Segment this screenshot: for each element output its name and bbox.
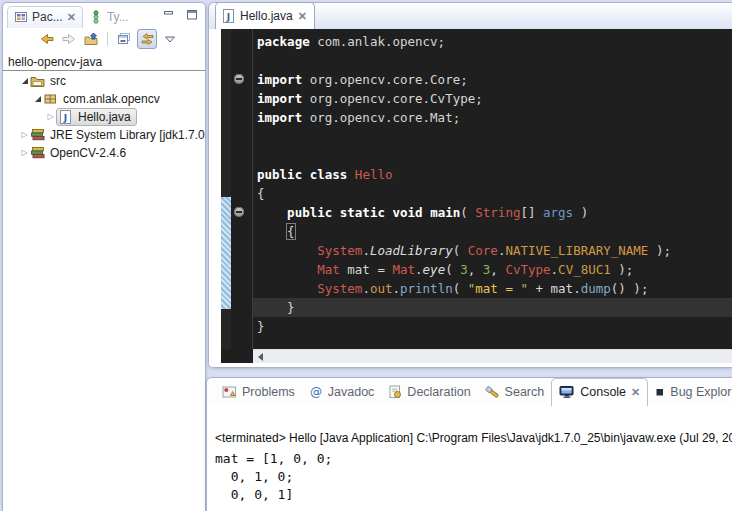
code-line[interactable]: {	[253, 184, 732, 203]
expanded-arrow-icon[interactable]	[19, 78, 30, 84]
code-line[interactable]	[253, 146, 732, 165]
tree-item-src[interactable]: src	[3, 72, 205, 90]
code-line[interactable]: import org.opencv.core.CvType;	[253, 89, 732, 108]
problems-icon	[222, 385, 237, 399]
bottom-tab-javadoc[interactable]: @Javadoc	[302, 381, 382, 403]
bottom-tab-label: Bug Explorer	[670, 385, 732, 399]
editor-tab-hello-java[interactable]: J Hello.java ✕	[215, 2, 315, 29]
close-icon[interactable]: ✕	[631, 387, 640, 398]
tree-item-jre-system-library-jdk1-7-0[interactable]: ▷JRE System Library [jdk1.7.0	[3, 126, 205, 144]
package-explorer-tab-bar: Pac...✕Ty...	[3, 3, 205, 28]
scroll-left-arrow-icon[interactable]	[258, 353, 263, 361]
java-file-icon: J	[222, 9, 235, 23]
up-button[interactable]	[82, 30, 100, 48]
javadoc-icon: @	[309, 385, 323, 399]
code-line[interactable]: Mat mat = Mat.eye( 3, 3, CvType.CV_8UC1 …	[253, 260, 732, 279]
folding-gutter[interactable]	[231, 29, 253, 349]
link-with-editor-button[interactable]	[137, 29, 157, 49]
code-line[interactable]: }	[253, 317, 732, 336]
editor-tab-bar: J Hello.java ✕	[209, 3, 732, 29]
code-line[interactable]: import org.opencv.core.Core;	[253, 70, 732, 89]
horizontal-scrollbar[interactable]	[253, 349, 732, 363]
code-line[interactable]: package com.anlak.opencv;	[253, 32, 732, 51]
search-icon	[485, 385, 500, 399]
tree-item-opencv-2-4-6[interactable]: ▷OpenCV-2.4.6	[3, 144, 205, 162]
expanded-arrow-icon[interactable]	[32, 96, 43, 102]
bottom-tab-label: Console	[580, 385, 626, 399]
tree-item-content: src	[30, 74, 68, 88]
console-icon	[559, 385, 575, 399]
tree-item-hello-java[interactable]: ▷JHello.java	[3, 108, 205, 126]
maximize-button[interactable]	[185, 8, 199, 21]
code-line[interactable]: public class Hello	[253, 165, 732, 184]
collapsed-arrow-icon[interactable]: ▷	[45, 113, 56, 121]
collapsed-arrow-icon[interactable]: ▷	[19, 149, 30, 157]
editor-hscroll-row	[209, 349, 732, 363]
console-output[interactable]: mat = [1, 0, 0; 0, 1, 0; 0, 0, 1]	[215, 450, 732, 504]
tree-item-label: JRE System Library [jdk1.7.0	[48, 128, 205, 142]
tree-item-hello-opencv-java[interactable]: hello-opencv-java	[3, 53, 205, 71]
console-status-line: <terminated> Hello [Java Application] C:…	[215, 431, 732, 445]
view-tab-pac[interactable]: Pac...✕	[7, 6, 83, 28]
minimize-button[interactable]	[162, 8, 176, 21]
code-line[interactable]: {	[253, 222, 732, 241]
close-icon[interactable]: ✕	[67, 12, 76, 23]
editor-area: J Hello.java ✕ package com.anlak.opencv;…	[208, 2, 732, 368]
console-output-line: mat = [1, 0, 0;	[215, 450, 732, 468]
view-menu-button[interactable]	[161, 30, 179, 48]
up-icon	[83, 32, 99, 46]
editor-bottom-edge	[209, 363, 732, 367]
svg-text:@: @	[310, 385, 322, 399]
collapse-all-button[interactable]	[115, 30, 133, 48]
console-output-line: 0, 0, 1]	[215, 486, 732, 504]
code-line[interactable]	[253, 51, 732, 70]
view-window-buttons	[162, 8, 199, 21]
package-explorer-icon	[14, 10, 28, 24]
console-output-line: 0, 1, 0;	[215, 468, 732, 486]
code-line[interactable]: System.out.println( "mat = " + mat.dump(…	[253, 279, 732, 298]
bottom-tab-label: Declaration	[407, 385, 470, 399]
tree-item-content: hello-opencv-java	[6, 55, 104, 69]
forward-button[interactable]	[60, 30, 78, 48]
collapsed-arrow-icon[interactable]: ▷	[19, 131, 30, 139]
declaration-icon	[388, 385, 402, 399]
console-view: Problems@JavadocDeclarationSearchConsole…	[206, 377, 732, 511]
bottom-tab-search[interactable]: Search	[478, 381, 552, 403]
library-icon	[30, 128, 45, 142]
annotation-ruler[interactable]	[221, 29, 231, 349]
method-range-indicator	[221, 197, 231, 309]
bottom-tab-label: Javadoc	[328, 385, 375, 399]
view-tab-label: Pac...	[32, 10, 63, 24]
code-line[interactable]: }	[253, 298, 732, 317]
view-menu-icon	[164, 34, 176, 44]
bottom-tab-console[interactable]: Console✕	[551, 378, 648, 406]
back-button[interactable]	[38, 30, 56, 48]
bottom-tab-problems[interactable]: Problems	[215, 381, 302, 403]
code-line[interactable]	[253, 127, 732, 146]
toolbar-separator	[107, 32, 108, 46]
project-tree: hello-opencv-javasrccom.anlak.opencv▷JHe…	[3, 50, 205, 162]
editor-body: package com.anlak.opencv;import org.open…	[209, 29, 732, 349]
tree-item-com-anlak-opencv[interactable]: com.anlak.opencv	[3, 90, 205, 108]
link-with-editor-icon	[140, 32, 155, 46]
svg-text:J: J	[63, 113, 67, 123]
code-line[interactable]: import org.opencv.core.Mat;	[253, 108, 732, 127]
tree-item-label: src	[48, 74, 68, 88]
back-icon	[39, 32, 55, 46]
type-hierarchy-icon	[89, 10, 103, 24]
bug-square-icon	[655, 387, 665, 397]
view-tab-ty[interactable]: Ty...	[83, 7, 135, 28]
bottom-tab-bug-explorer[interactable]: Bug Explorer	[648, 381, 732, 403]
editor-left-margin	[209, 29, 221, 349]
fold-collapse-icon[interactable]	[234, 74, 244, 84]
bottom-tab-label: Problems	[242, 385, 295, 399]
fold-collapse-icon[interactable]	[234, 207, 244, 217]
close-icon[interactable]: ✕	[298, 11, 307, 22]
bottom-tab-label: Search	[505, 385, 545, 399]
java-file-icon: J	[58, 110, 73, 124]
bottom-tab-declaration[interactable]: Declaration	[381, 381, 477, 403]
view-tab-label: Ty...	[107, 10, 129, 24]
code-line[interactable]: System.LoadLibrary( Core.NATIVE_LIBRARY_…	[253, 241, 732, 260]
code-line[interactable]: public static void main( String[] args )	[253, 203, 732, 222]
code-editor[interactable]: package com.anlak.opencv;import org.open…	[253, 29, 732, 349]
